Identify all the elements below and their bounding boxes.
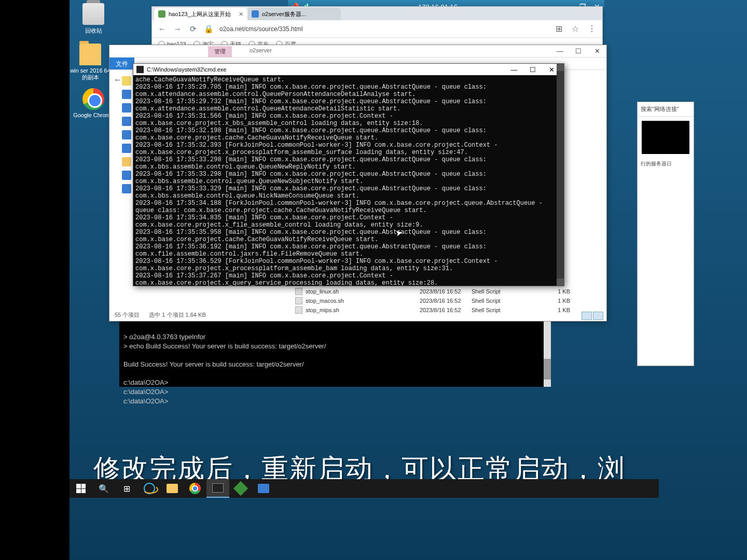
qat-icon[interactable]	[138, 47, 148, 56]
translate-icon[interactable]: ⊞	[554, 24, 564, 34]
left-black-bar	[0, 0, 70, 560]
browser-tab-2[interactable]: o2server服务器...	[247, 8, 341, 20]
cmd-window: C:\Windows\system32\cmd.exe — ☐ ✕ ache.C…	[133, 63, 564, 286]
term-prompt: c:\data\O2OA>	[123, 388, 168, 396]
scroll-up[interactable]	[557, 64, 564, 71]
scroll-thumb[interactable]	[544, 359, 551, 380]
vscode-taskbar[interactable]	[229, 479, 252, 498]
panel-thumbnail[interactable]	[642, 121, 689, 154]
search-button[interactable]: 🔍	[92, 479, 115, 498]
view-switcher	[582, 312, 603, 320]
recycle-icon	[82, 3, 104, 25]
cmd-output[interactable]: ache.CacheGuavaNotifyReceiveQueue start.…	[133, 75, 564, 286]
chrome-taskbar[interactable]	[184, 479, 206, 498]
ie-taskbar[interactable]	[138, 479, 161, 498]
window-title: o2server	[250, 47, 272, 53]
file-row[interactable]: stop_linux.sh 2023/8/16 16:52 Shell Scri…	[295, 287, 601, 296]
sidebar-icon[interactable]	[122, 157, 131, 166]
term-line: Build Success! Your server is build succ…	[123, 360, 304, 368]
scrollbar[interactable]	[557, 64, 564, 286]
menu-icon[interactable]: ⋮	[587, 24, 597, 34]
cmd-taskbar[interactable]	[206, 479, 229, 498]
explorer-close[interactable]: ✕	[588, 47, 606, 55]
term-line: > echo Build Success! Your server is bui…	[123, 342, 326, 350]
task-view-button[interactable]: ⊞	[115, 479, 138, 498]
ribbon-manage-tab[interactable]: 管理	[208, 46, 232, 57]
chrome-shortcut[interactable]: Google Chrome	[73, 88, 114, 118]
panel-footer-text: 行的服务器日	[638, 158, 694, 170]
explorer-taskbar[interactable]	[161, 479, 184, 498]
sidebar-icon[interactable]	[122, 103, 131, 113]
favicon-icon	[158, 10, 165, 18]
chrome-label: Google Chrome	[73, 112, 114, 118]
view-icons[interactable]	[593, 312, 603, 320]
sidebar-icon[interactable]	[122, 117, 131, 126]
file-list: stop_linux.sh 2023/8/16 16:52 Shell Scri…	[295, 287, 601, 315]
build-terminal[interactable]: > o2oa@4.0.3763 typeInfor > echo Build S…	[119, 321, 551, 387]
cmd-maximize[interactable]: ☐	[523, 66, 542, 74]
explorer-maximize[interactable]: ☐	[569, 47, 588, 55]
scroll-down[interactable]	[557, 278, 564, 286]
address-bar-row: ← → ⟳ 🔒 o2oa.net/cms/source/335.html ⊞ ☆…	[152, 20, 602, 38]
url-field[interactable]: o2oa.net/cms/source/335.html	[219, 25, 547, 33]
term-prompt: c:\data\O2OA>	[123, 379, 168, 386]
back-button[interactable]: ←	[157, 24, 167, 33]
status-selection: 选中 1 个项目 1.64 KB	[149, 311, 205, 319]
file-row[interactable]: stop_macos.sh 2023/8/16 16:52 Shell Scri…	[295, 296, 601, 305]
tab1-title: hao123_上网从这里开始	[169, 10, 231, 18]
qat-icon[interactable]	[111, 47, 121, 56]
sidebar-icon[interactable]	[122, 130, 131, 139]
sidebar-icon[interactable]	[122, 144, 131, 153]
file-row[interactable]: stop_mips.sh 2023/8/16 16:52 Shell Scrip…	[295, 305, 601, 315]
scrollbar[interactable]	[544, 321, 551, 387]
view-details[interactable]	[582, 312, 592, 320]
favicon-icon	[252, 10, 259, 18]
term-prompt: c:\data\O2OA>	[123, 397, 168, 405]
file-menu[interactable]: 文件	[109, 58, 134, 69]
status-bar: 55 个项目 选中 1 个项目 1.64 KB	[115, 311, 206, 319]
monitor-taskbar[interactable]	[252, 479, 275, 498]
close-icon[interactable]: ✕	[239, 11, 243, 18]
nav-back[interactable]: ←	[114, 75, 122, 85]
right-side-panel: 搜索"网络连接" 行的服务器日	[637, 102, 694, 366]
start-button[interactable]	[70, 479, 92, 498]
file-icon	[295, 288, 302, 295]
sidebar-icon[interactable]	[122, 184, 131, 193]
winser-label: win ser 2016 64的副本	[70, 67, 111, 81]
recycle-bin[interactable]: 回收站	[73, 3, 114, 35]
folder-icon	[79, 44, 101, 65]
status-count: 55 个项目	[115, 311, 140, 319]
tab-strip: hao123_上网从这里开始 ✕ o2server服务器...	[152, 7, 602, 20]
file-icon	[295, 306, 302, 314]
sidebar-icon[interactable]	[122, 90, 131, 99]
term-line: > o2oa@4.0.3763 typeInfor	[123, 333, 205, 341]
tab2-title: o2server服务器...	[262, 10, 306, 18]
forward-button[interactable]: →	[173, 24, 182, 33]
cmd-titlebar[interactable]: C:\Windows\system32\cmd.exe — ☐ ✕	[133, 64, 564, 75]
winser-folder[interactable]: win ser 2016 64的副本	[70, 44, 111, 81]
panel-search-hint[interactable]: 搜索"网络连接"	[638, 102, 694, 117]
file-icon	[295, 297, 302, 304]
star-icon[interactable]: ☆	[570, 24, 580, 34]
lock-icon: 🔒	[204, 24, 213, 34]
explorer-minimize[interactable]: —	[550, 47, 569, 55]
quick-access-icon[interactable]	[122, 76, 131, 86]
chrome-icon	[82, 88, 104, 110]
recycle-label: 回收站	[73, 27, 114, 35]
taskbar: 🔍 ⊞	[70, 479, 659, 498]
cmd-title-text: C:\Windows\system32\cmd.exe	[147, 66, 226, 73]
quick-access-toolbar: 管理 o2server — ☐ ✕	[109, 45, 606, 58]
sidebar-icon[interactable]	[122, 171, 131, 180]
cmd-minimize[interactable]: —	[505, 66, 523, 74]
reload-button[interactable]: ⟳	[188, 24, 198, 34]
cmd-icon	[136, 66, 144, 73]
qat-icon[interactable]	[125, 47, 135, 56]
browser-tab-1[interactable]: hao123_上网从这里开始 ✕	[154, 8, 247, 20]
